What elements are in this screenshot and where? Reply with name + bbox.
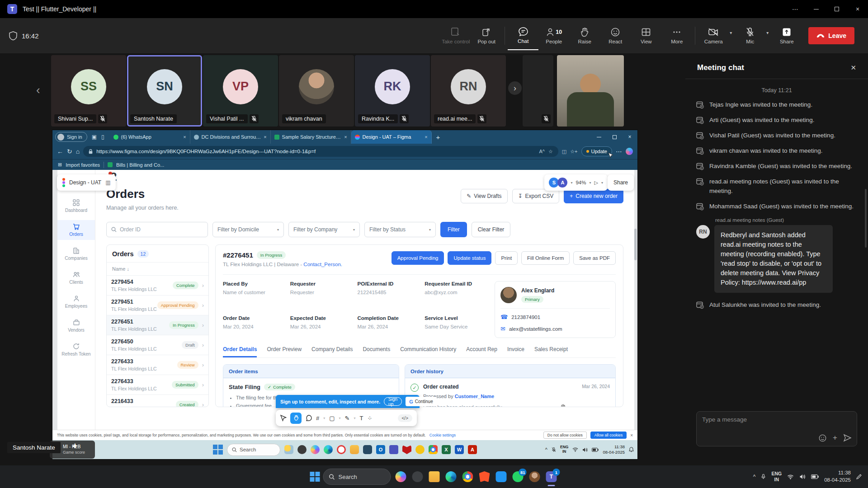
taskbar-app-icon[interactable] <box>337 445 346 454</box>
frame-tool-icon[interactable]: # <box>316 415 319 422</box>
volume-icon[interactable] <box>799 474 806 479</box>
zoom-chevron-icon[interactable]: ▾ <box>590 181 591 185</box>
collaborator-avatar[interactable]: A <box>557 178 567 188</box>
chat-close-icon[interactable]: ✕ <box>850 64 856 72</box>
taskbar-app-icon[interactable]: W <box>455 445 464 454</box>
favorites-icon[interactable]: ☆+ <box>570 149 577 155</box>
browser-signin-button[interactable]: Sign in <box>55 132 87 142</box>
back-icon[interactable]: ← <box>57 148 63 155</box>
vertical-tabs-icon[interactable]: ▯ <box>101 134 104 140</box>
sidebar-item-clients[interactable]: Clients <box>57 268 95 288</box>
tab-close-icon[interactable]: × <box>183 134 186 140</box>
spotlight-video-tile[interactable] <box>557 55 624 127</box>
taskbar-app-icon[interactable] <box>284 445 293 454</box>
window-minimize-button[interactable] <box>806 0 826 18</box>
browser-tab[interactable]: Design - UAT – Figma × <box>351 130 432 144</box>
clear-filter-button[interactable]: Clear Filter <box>472 222 511 237</box>
participant-tile[interactable]: SS Shivani Sup... <box>51 55 126 127</box>
filter-domicile-dropdown[interactable]: Filter by Domicile▾ <box>212 222 284 237</box>
dev-mode-toggle[interactable]: </> <box>398 414 412 422</box>
filter-company-dropdown[interactable]: Filter by Company▾ <box>288 222 360 237</box>
language-indicator[interactable]: ENGIN <box>560 445 568 454</box>
allow-cookies-button[interactable]: Allow all cookies <box>590 432 627 439</box>
google-continue-button[interactable]: GContinue <box>406 397 437 406</box>
mic-chevron-icon[interactable]: ▾ <box>766 30 769 35</box>
taskbar-app-icon[interactable]: X <box>442 445 451 454</box>
participant-tile-partial[interactable] <box>523 55 553 127</box>
favorite-star-icon[interactable]: ☆ <box>548 149 553 155</box>
leave-button[interactable]: Leave <box>808 27 854 44</box>
taskbar-app-icon[interactable] <box>444 470 458 483</box>
chevron-down-icon[interactable]: ▾ <box>323 416 325 420</box>
chat-button[interactable]: Chat <box>508 21 538 50</box>
taskbar-app-icon[interactable] <box>402 445 411 454</box>
filmstrip-next-icon[interactable]: › <box>508 81 522 95</box>
taskbar-app-icon[interactable] <box>411 470 425 483</box>
figma-file-menu[interactable]: Design - UAT ▥ <box>57 174 116 191</box>
cookie-settings-link[interactable]: Cookie settings <box>429 433 456 437</box>
browser-minimize-button[interactable] <box>591 130 607 144</box>
chat-message-input[interactable] <box>702 416 851 432</box>
battery-icon[interactable] <box>811 474 819 479</box>
taskbar-app-icon[interactable] <box>461 470 475 483</box>
participant-tile[interactable]: SN Santosh Narate <box>127 55 202 127</box>
filter-button[interactable]: Filter <box>440 222 467 237</box>
zoom-level[interactable]: 94% <box>576 180 586 185</box>
order-list-row[interactable]: 2276450 TL Flex Holdings LLC Draft › <box>107 335 208 355</box>
order-action-button[interactable]: Update status <box>448 251 491 265</box>
wifi-icon[interactable] <box>572 447 578 452</box>
shape-tool-icon[interactable]: ▢ <box>329 415 335 422</box>
wifi-icon[interactable] <box>787 474 794 479</box>
participant-tile[interactable]: VP Vishal Patil ... <box>203 55 278 127</box>
layout-panels-icon[interactable]: ▥ <box>105 179 110 186</box>
view-drafts-button[interactable]: ✎View Drafts <box>461 189 507 203</box>
more-button[interactable]: More <box>661 21 692 50</box>
sidebar-item-employees[interactable]: Employees <box>57 292 95 312</box>
sidebar-item-dashboard[interactable]: Dashboard <box>57 196 95 216</box>
order-detail-tab[interactable]: Order Details <box>223 346 257 357</box>
refresh-icon[interactable]: ↻ <box>67 148 72 155</box>
split-screen-icon[interactable]: ◫ <box>562 149 566 155</box>
raise-hand-button[interactable]: Raise <box>569 21 600 50</box>
tab-close-icon[interactable]: × <box>344 134 347 140</box>
order-list-row[interactable]: 2276433 TL Flex Holdings LLC Review › <box>107 355 208 375</box>
comment-tool-icon[interactable] <box>306 415 312 421</box>
url-field[interactable]: https://www.figma.com/design/9BKQ0FOHRWa… <box>83 146 558 157</box>
order-action-button[interactable]: Print <box>495 251 518 265</box>
order-detail-tab[interactable]: Company Details <box>311 346 353 357</box>
filmstrip-prev-icon[interactable]: ‹ <box>36 83 40 97</box>
chat-input-box[interactable]: + <box>696 411 857 446</box>
home-icon[interactable]: ⌂ <box>76 148 80 155</box>
taskbar-app-icon[interactable] <box>297 445 307 454</box>
taskbar-app-icon[interactable] <box>350 445 359 454</box>
browser-tab[interactable]: DC Divisions and Surroundings × <box>190 130 271 144</box>
taskbar-app-icon[interactable] <box>311 445 320 454</box>
order-detail-tab[interactable]: Documents <box>363 346 390 357</box>
export-csv-button[interactable]: ↧Export CSV <box>512 189 560 203</box>
send-icon[interactable] <box>844 434 851 441</box>
react-button[interactable]: React <box>600 21 631 50</box>
chevron-down-icon[interactable]: ▾ <box>339 416 341 420</box>
taskbar-app-icon[interactable] <box>363 445 372 454</box>
contact-phone[interactable]: 2123874901 <box>511 314 540 320</box>
move-tool-icon[interactable] <box>280 415 286 422</box>
filter-status-dropdown[interactable]: Filter by Status▾ <box>364 222 436 237</box>
create-new-order-button[interactable]: +Create new order <box>564 189 623 203</box>
bookmark-import[interactable]: Import favorites <box>66 162 100 168</box>
taskbar-search-box[interactable]: Search <box>323 469 391 485</box>
taskbar-app-icon[interactable] <box>389 445 398 454</box>
people-button[interactable]: 10 People <box>538 21 569 50</box>
participant-tile[interactable]: vikram chavan <box>279 55 354 127</box>
order-list-row[interactable]: 2216433 TL Flex Holdings LLC Created › <box>107 394 208 407</box>
order-detail-tab[interactable]: Sales Receipt <box>534 346 568 357</box>
present-chevron-icon[interactable]: ▾ <box>601 181 603 185</box>
window-more-button[interactable]: ⋯ <box>785 0 806 18</box>
share-button[interactable]: Share <box>771 21 802 50</box>
pen-icon[interactable] <box>856 474 862 479</box>
taskbar-app-icon[interactable] <box>394 470 408 483</box>
resources-tool-icon[interactable]: ⁘ <box>367 415 372 422</box>
browser-tab[interactable]: (6) WhatsApp × <box>110 130 190 144</box>
order-action-button[interactable]: Save as PDF <box>573 251 616 265</box>
taskbar-app-icon[interactable]: 1T <box>545 470 558 483</box>
browser-close-button[interactable]: × <box>622 130 637 144</box>
